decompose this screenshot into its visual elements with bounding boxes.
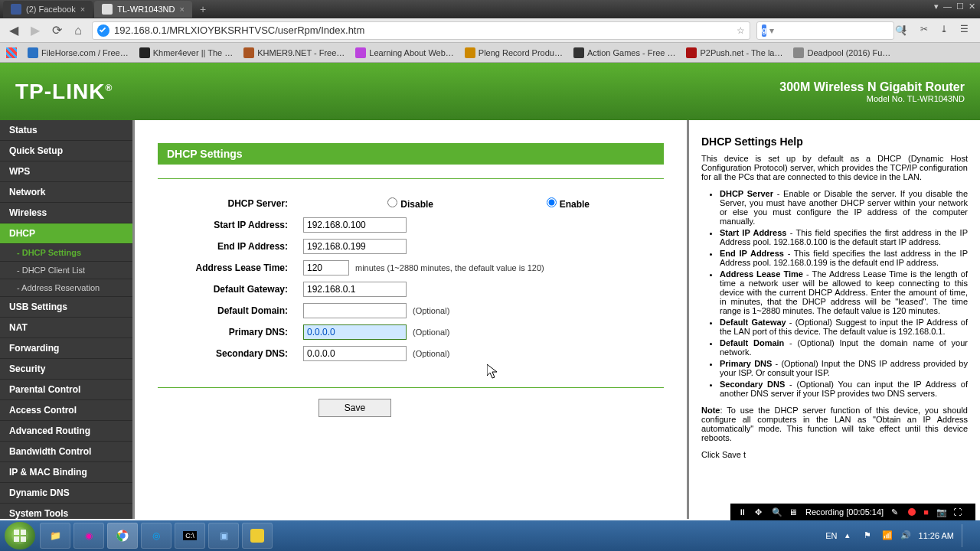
new-tab-button[interactable]: +	[194, 3, 212, 15]
sidebar-item-wps[interactable]: WPS	[0, 161, 132, 182]
zoom-icon[interactable]: 🔍	[772, 507, 781, 517]
sidebar-item-usb-settings[interactable]: USB Settings	[0, 297, 132, 318]
radio-disable-input[interactable]	[387, 197, 397, 207]
close-icon[interactable]: ×	[179, 5, 184, 14]
bookmark-khmer9[interactable]: KHMER9.NET - Free…	[243, 47, 345, 58]
cut-icon[interactable]: ✂	[920, 24, 934, 37]
close-window-icon[interactable]: ✕	[969, 2, 975, 11]
tab-title: TL-WR1043ND	[117, 5, 175, 14]
pause-icon[interactable]: ⏸	[738, 507, 747, 517]
sidebar-item-parental-control[interactable]: Parental Control	[0, 380, 132, 400]
input-secondary-dns[interactable]	[303, 346, 407, 361]
record-icon[interactable]	[908, 508, 916, 516]
input-gateway[interactable]	[303, 282, 407, 297]
sidebar-item-dynamic-dns[interactable]: Dynamic DNS	[0, 483, 132, 504]
bookmark-filehorse[interactable]: FileHorse.com / Free…	[28, 47, 129, 58]
site-identity-icon[interactable]	[97, 24, 109, 37]
label-dhcp-server: DHCP Server:	[158, 198, 303, 209]
sidebar-sub-address-reservation[interactable]: - Address Reservation	[0, 279, 132, 297]
google-icon: g	[762, 24, 766, 37]
sidebar-item-bandwidth-control[interactable]: Bandwidth Control	[0, 442, 132, 462]
sidebar-sub-dhcp-client-list[interactable]: - DHCP Client List	[0, 262, 132, 279]
help-item: Default Domain - (Optional) Input the do…	[720, 338, 968, 357]
radio-disable[interactable]: Disable	[303, 197, 449, 210]
sidebar-item-ip-mac-binding[interactable]: IP & MAC Binding	[0, 462, 132, 483]
pencil-icon[interactable]: ✎	[891, 507, 900, 517]
tray-clock[interactable]: 11:26 AM	[919, 531, 954, 540]
bookmark-pleng[interactable]: Pleng Record Produ…	[465, 47, 563, 58]
input-lease[interactable]	[303, 260, 349, 276]
tray-network-icon[interactable]: 📶	[882, 530, 893, 541]
sidebar-item-quick-setup[interactable]: Quick Setup	[0, 141, 132, 161]
expand-icon[interactable]: ⛶	[953, 507, 962, 517]
bookmark-actiongames[interactable]: Action Games - Free …	[573, 47, 676, 58]
dropdown-icon[interactable]: ▾	[934, 2, 939, 11]
forward-button[interactable]: ▶	[28, 23, 43, 38]
windows-taskbar: 📁 ◉ ◎ C:\ ▣ EN ▴ ⚑ 📶 🔊 11:26 AM	[0, 520, 980, 551]
sidebar-item-forwarding[interactable]: Forwarding	[0, 338, 132, 359]
task-app-2[interactable]: ◎	[141, 523, 172, 549]
recording-overlay[interactable]: ⏸ ✥ 🔍 🖥 Recording [00:05:14] ✎ ■ 📷 ⛶	[730, 504, 975, 520]
search-box[interactable]: g ▾ 🔍	[756, 21, 894, 40]
stop-icon[interactable]: ■	[923, 507, 929, 517]
camera-icon[interactable]: 📷	[936, 507, 946, 517]
radio-enable[interactable]: Enable	[459, 197, 605, 210]
tray-volume-icon[interactable]: 🔊	[900, 530, 911, 541]
model-number: Model No. TL-WR1043ND	[779, 94, 965, 103]
tray-lang[interactable]: EN	[825, 531, 837, 540]
task-app-3[interactable]: ▣	[208, 523, 239, 549]
minimize-icon[interactable]: —	[943, 2, 952, 11]
task-explorer[interactable]: 📁	[40, 523, 70, 549]
url-input[interactable]	[114, 24, 732, 36]
address-bar[interactable]: ☆	[92, 21, 750, 40]
bookmark-star-icon[interactable]: ☆	[737, 25, 745, 36]
sidebar-item-nat[interactable]: NAT	[0, 318, 132, 338]
home-button[interactable]: ⌂	[70, 23, 86, 38]
task-cmd[interactable]: C:\	[175, 523, 205, 549]
apps-icon[interactable]	[6, 47, 17, 58]
crosshair-icon[interactable]: ✥	[755, 507, 764, 517]
task-app-1[interactable]: ◉	[74, 523, 104, 549]
maximize-icon[interactable]: ☐	[956, 2, 964, 11]
sidebar-sub-dhcp-settings[interactable]: - DHCP Settings	[0, 244, 132, 262]
label-gateway: Default Gateway:	[158, 284, 303, 295]
task-app-4[interactable]	[242, 523, 273, 549]
task-chrome[interactable]	[107, 523, 138, 549]
bookmark-learning[interactable]: Learning About Web…	[355, 47, 453, 58]
sidebar-item-access-control[interactable]: Access Control	[0, 400, 132, 421]
main-content: DHCP Settings DHCP Server: Disable Enabl…	[135, 120, 689, 519]
save-button[interactable]: Save	[318, 399, 391, 417]
save-icon[interactable]: ⤓	[940, 24, 954, 37]
input-end-ip[interactable]	[303, 239, 407, 254]
tray-flag-icon[interactable]: ⚑	[864, 530, 874, 541]
show-desktop[interactable]	[962, 524, 968, 547]
start-button[interactable]	[5, 522, 35, 549]
search-input[interactable]	[777, 25, 892, 36]
monitor-icon[interactable]: 🖥	[789, 507, 798, 517]
sidebar-item-system-tools[interactable]: System Tools	[0, 504, 132, 519]
sidebar-item-network[interactable]: Network	[0, 182, 132, 203]
browser-tab-facebook[interactable]: (2) Facebook ×	[3, 1, 93, 18]
tray-chevron-icon[interactable]: ▴	[845, 530, 856, 541]
sidebar-item-dhcp[interactable]: DHCP	[0, 223, 132, 244]
downloads-icon[interactable]: ⬇	[900, 24, 914, 37]
sidebar-item-wireless[interactable]: Wireless	[0, 203, 132, 223]
back-button[interactable]: ◀	[6, 23, 21, 38]
input-start-ip[interactable]	[303, 217, 407, 233]
input-primary-dns[interactable]	[303, 324, 407, 340]
bookmark-deadpool[interactable]: Deadpool (2016) Fu…	[793, 47, 890, 58]
sidebar-item-status[interactable]: Status	[0, 120, 132, 141]
input-domain[interactable]	[303, 303, 407, 318]
bookmark-khmer4ever[interactable]: Khmer4ever || The …	[139, 47, 234, 58]
bookmark-p2push[interactable]: P2Push.net - The la…	[686, 47, 782, 58]
browser-tab-router[interactable]: TL-WR1043ND ×	[94, 1, 192, 18]
radio-enable-input[interactable]	[547, 197, 557, 207]
label-primary-dns: Primary DNS:	[158, 327, 303, 337]
reload-button[interactable]: ⟳	[49, 23, 64, 38]
sidebar-item-advanced-routing[interactable]: Advanced Routing	[0, 421, 132, 442]
close-icon[interactable]: ×	[80, 5, 85, 14]
help-list: DHCP Server - Enable or Disable the serv…	[720, 189, 968, 398]
sidebar-item-security[interactable]: Security	[0, 359, 132, 380]
menu-icon[interactable]: ☰	[960, 24, 974, 37]
bookmarks-bar: FileHorse.com / Free… Khmer4ever || The …	[0, 43, 980, 63]
